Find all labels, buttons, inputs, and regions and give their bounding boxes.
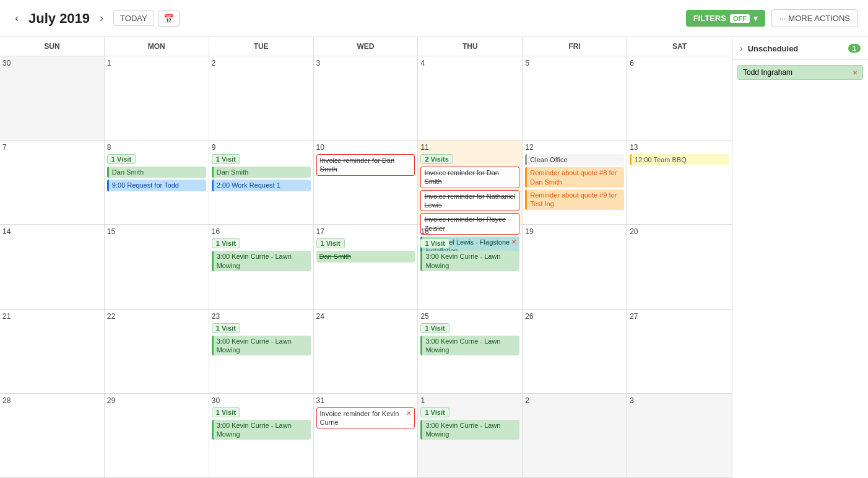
event-item[interactable]: 3:00 Kevin Currie - Lawn Mowing xyxy=(420,251,519,271)
visit-badge: 1 Visit xyxy=(107,154,136,164)
day-cell-29: 29 xyxy=(105,394,209,478)
day-number: 16 xyxy=(212,227,311,236)
event-item[interactable]: 3:00 Kevin Currie - Lawn Mowing xyxy=(420,420,519,440)
day-cell-30-other: 30 xyxy=(0,56,105,141)
event-item[interactable]: 3:00 Kevin Currie - Lawn Mowing xyxy=(420,336,519,356)
day-number: 18 xyxy=(420,227,519,236)
day-cell-4: 4 xyxy=(418,56,523,141)
day-header-tue: TUE xyxy=(209,37,314,56)
day-number: 24 xyxy=(316,312,415,321)
event-item[interactable]: Dan Smith xyxy=(316,251,415,262)
sidebar-event-todd[interactable]: Todd Ingraham ✕ xyxy=(737,65,863,80)
day-number: 22 xyxy=(107,312,206,321)
visit-badge: 1 Visit xyxy=(212,238,240,248)
day-number: 10 xyxy=(316,143,415,152)
day-number: 21 xyxy=(2,312,102,321)
day-cell-6: 6 xyxy=(627,56,732,141)
event-item[interactable]: 12:00 Team BBQ xyxy=(630,154,729,165)
today-button[interactable]: TODAY xyxy=(113,11,154,26)
day-headers: SUNMONTUEWEDTHUFRISAT xyxy=(0,37,732,56)
day-number: 28 xyxy=(2,396,102,405)
event-item[interactable]: Invoice reminder for Dan Smith xyxy=(316,154,415,176)
event-item[interactable]: 3:00 Kevin Currie - Lawn Mowing xyxy=(212,420,311,440)
event-item[interactable]: Reminder about quote #9 for Test Ing xyxy=(525,189,624,210)
more-actions-button[interactable]: ··· MORE ACTIONS xyxy=(771,9,858,27)
day-number: 11 xyxy=(420,143,519,152)
event-item[interactable]: Dan Smith xyxy=(212,167,311,178)
visit-badge: 1 Visit xyxy=(420,407,449,417)
calendar-grid: 30123456781 VisitDan Smith9:00 Request f… xyxy=(0,56,732,478)
event-label: Invoice reminder for Kevin Currie xyxy=(320,409,407,427)
day-cell-14: 14 xyxy=(0,225,105,309)
day-number: 13 xyxy=(630,143,729,152)
event-item[interactable]: Invoice reminder for Dan Smith xyxy=(420,167,519,188)
event-close-icon[interactable]: ✕ xyxy=(406,409,411,417)
calendar-icon-button[interactable]: 📅 xyxy=(158,11,180,27)
event-item[interactable]: 9:00 Request for Todd xyxy=(107,180,206,191)
day-cell-28: 28 xyxy=(0,394,105,478)
day-number: 3 xyxy=(316,59,415,67)
day-cell-30: 301 Visit3:00 Kevin Currie - Lawn Mowing xyxy=(209,394,314,478)
day-header-fri: FRI xyxy=(523,37,627,56)
next-month-button[interactable]: › xyxy=(95,9,108,27)
day-number: 12 xyxy=(525,143,624,152)
event-item[interactable]: Invoice reminder for Kevin Currie✕ xyxy=(316,407,415,429)
day-cell-2-other: 2 xyxy=(523,394,627,478)
event-item[interactable]: Clean Office xyxy=(525,154,624,165)
day-number: 31 xyxy=(316,396,415,405)
filters-label: FILTERS xyxy=(693,14,726,23)
event-item[interactable]: Dan Smith xyxy=(107,167,206,178)
day-number: 5 xyxy=(525,59,624,67)
visit-badge: 1 Visit xyxy=(212,407,240,417)
event-item[interactable]: Reminder about quote #8 for Dan Smith xyxy=(525,167,624,188)
day-cell-20: 20 xyxy=(627,225,732,309)
event-item[interactable]: 3:00 Kevin Currie - Lawn Mowing xyxy=(212,251,311,271)
day-number: 1 xyxy=(107,59,206,67)
day-cell-24: 24 xyxy=(314,310,419,394)
day-cell-25: 251 Visit3:00 Kevin Currie - Lawn Mowing xyxy=(418,310,523,394)
visit-badge: 1 Visit xyxy=(212,154,240,164)
day-cell-8: 81 VisitDan Smith9:00 Request for Todd xyxy=(105,141,209,225)
day-cell-22: 22 xyxy=(105,310,209,394)
day-cell-26: 26 xyxy=(523,310,627,394)
sidebar-event-close-icon[interactable]: ✕ xyxy=(853,69,857,76)
day-cell-5: 5 xyxy=(523,56,627,141)
day-number: 29 xyxy=(107,396,206,405)
day-number: 2 xyxy=(525,396,624,405)
day-cell-19: 19 xyxy=(523,225,627,309)
day-number: 3 xyxy=(630,396,729,405)
event-item[interactable]: 3:00 Kevin Currie - Lawn Mowing xyxy=(212,336,311,356)
event-item[interactable]: Invoice reminder for Nathaniel Lewis xyxy=(420,190,519,212)
day-number: 9 xyxy=(212,143,311,152)
sidebar-header: › Unscheduled 1 xyxy=(732,37,868,60)
day-cell-23: 231 Visit3:00 Kevin Currie - Lawn Mowing xyxy=(209,310,314,394)
day-number: 15 xyxy=(107,227,206,236)
filters-button[interactable]: FILTERS OFF ▾ xyxy=(686,10,765,27)
sidebar-event-label: Todd Ingraham xyxy=(743,68,792,77)
day-number: 14 xyxy=(2,227,102,236)
day-number: 30 xyxy=(2,59,102,67)
calendar-icon: 📅 xyxy=(163,14,174,24)
day-number: 6 xyxy=(630,59,729,67)
day-cell-27: 27 xyxy=(627,310,732,394)
day-cell-31: 31Invoice reminder for Kevin Currie✕ xyxy=(314,394,419,478)
event-item[interactable]: 2:00 Work Request 1 xyxy=(212,180,311,191)
sidebar-chevron-icon[interactable]: › xyxy=(740,43,743,53)
day-number: 20 xyxy=(630,227,729,236)
prev-month-button[interactable]: ‹ xyxy=(10,9,24,27)
day-number: 8 xyxy=(107,143,206,152)
day-cell-16: 161 Visit3:00 Kevin Currie - Lawn Mowing xyxy=(209,225,314,309)
day-cell-15: 15 xyxy=(105,225,209,309)
day-cell-1-other: 11 Visit3:00 Kevin Currie - Lawn Mowing xyxy=(418,394,523,478)
day-number: 30 xyxy=(212,396,311,405)
sidebar-title: Unscheduled xyxy=(748,44,799,53)
visit-badge: 1 Visit xyxy=(420,238,449,248)
day-cell-9: 91 VisitDan Smith2:00 Work Request 1 xyxy=(209,141,314,225)
day-header-wed: WED xyxy=(314,37,419,56)
day-number: 7 xyxy=(2,143,102,152)
day-cell-21: 21 xyxy=(0,310,105,394)
day-number: 25 xyxy=(420,312,519,321)
day-number: 26 xyxy=(525,312,624,321)
day-cell-18: 181 Visit3:00 Kevin Currie - Lawn Mowing xyxy=(418,225,523,309)
day-cell-17: 171 VisitDan Smith xyxy=(314,225,419,309)
